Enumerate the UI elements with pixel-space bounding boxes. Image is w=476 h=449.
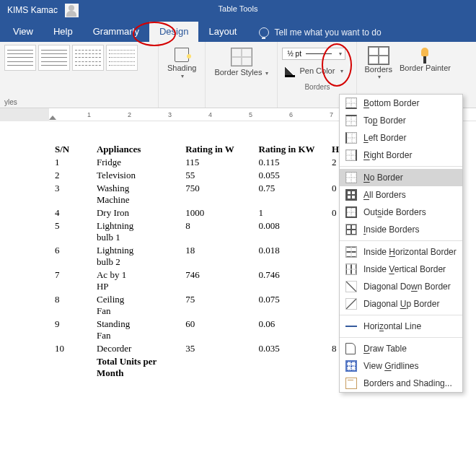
menu-separator: [340, 240, 462, 241]
user-avatar-icon[interactable]: [65, 4, 79, 17]
context-tab-label: Table Tools: [219, 4, 258, 13]
border-styles-label: Border Styles: [214, 68, 262, 77]
table-style-plain[interactable]: [4, 45, 36, 71]
diagonal-down-icon: [345, 281, 357, 292]
inside-vertical-icon: [345, 263, 357, 275]
borders-dialog-icon: [345, 378, 357, 389]
pen-color-icon: [285, 66, 295, 76]
col-appliances: Appliances: [94, 143, 182, 156]
group-border-styles: Border Styles ▾: [206, 42, 278, 108]
chevron-down-icon: ▾: [378, 74, 381, 80]
col-rating-kw: Rating in KW: [256, 143, 329, 156]
menu-no-border[interactable]: No Border: [340, 169, 462, 186]
paint-bucket-icon: [175, 48, 189, 62]
tab-grammarly[interactable]: Grammarly: [83, 22, 149, 42]
table-style-dashed[interactable]: [72, 45, 104, 71]
shading-button[interactable]: Shading ▾: [163, 45, 200, 83]
group-label-borders: Borders: [282, 82, 352, 91]
ruler-mark: 5: [212, 111, 252, 118]
pen-color-button[interactable]: Pen Color ▾: [282, 64, 352, 77]
tab-layout[interactable]: Layout: [198, 22, 247, 42]
menu-diagonal-up[interactable]: Diagonal Up Border: [340, 295, 462, 313]
dd-bottom-rest: ottom Border: [369, 98, 419, 108]
menu-bottom-border[interactable]: Bottom Border: [340, 95, 462, 112]
left-border-icon: [345, 132, 357, 144]
tab-help[interactable]: Help: [43, 22, 83, 42]
bottom-border-icon: [345, 97, 357, 109]
line-preview-icon: [306, 53, 332, 54]
line-weight-value: ½ pt: [287, 50, 301, 58]
borders-split-button[interactable]: Borders ▾: [361, 45, 395, 82]
inside-horizontal-icon: [345, 246, 357, 258]
tell-me-placeholder: Tell me what you want to do: [275, 27, 382, 38]
titlebar: Table Tools KIMS Kamac: [0, 0, 476, 20]
ruler-mark: 3: [131, 111, 172, 118]
border-painter-label: Border Painter: [400, 64, 451, 72]
menu-separator: [340, 315, 462, 315]
border-painter-button[interactable]: Border Painter: [397, 45, 454, 74]
menu-view-gridlines[interactable]: View Gridlines: [340, 357, 462, 375]
borders-button-label: Borders: [364, 65, 392, 74]
menu-right-border[interactable]: Right Border: [340, 147, 462, 164]
no-border-icon: [345, 172, 357, 183]
total-label: Total Units per Month: [94, 355, 182, 380]
group-table-styles: yles: [0, 42, 159, 108]
right-border-icon: [345, 149, 357, 161]
chevron-down-icon: ▾: [340, 68, 343, 74]
menu-borders-and-shading[interactable]: Borders and Shading...: [340, 375, 462, 392]
chevron-down-icon: ▾: [181, 74, 184, 80]
col-rating-w: Rating in W: [182, 143, 255, 156]
menu-horizontal-line[interactable]: Horizontal Line: [340, 318, 462, 335]
tab-view[interactable]: View: [3, 22, 43, 42]
horizontal-line-icon: [345, 321, 357, 332]
border-styles-icon: [231, 48, 252, 66]
group-shading: Shading ▾: [159, 42, 206, 108]
draw-table-icon: [345, 343, 357, 354]
menu-diagonal-down[interactable]: Diagonal Down Border: [340, 278, 462, 295]
menu-inside-horizontal[interactable]: Inside Horizontal Border: [340, 243, 462, 261]
menu-draw-table[interactable]: Draw Table: [340, 340, 462, 357]
line-weight-combo[interactable]: ½ pt: [282, 48, 345, 60]
ruler-mark: 7: [293, 111, 333, 118]
tell-me-search[interactable]: Tell me what you want to do: [247, 27, 382, 42]
table-style-dotted[interactable]: [106, 45, 138, 71]
tab-design[interactable]: Design: [149, 22, 198, 42]
paintbrush-icon: [418, 48, 431, 64]
shading-label: Shading: [167, 64, 196, 72]
borders-dropdown: Bottom Border Top Border Left Border Rig…: [339, 94, 463, 393]
diagonal-up-icon: [345, 298, 357, 310]
ruler-mark: 2: [91, 111, 131, 118]
group-label-styles: yles: [4, 97, 154, 106]
all-borders-icon: [345, 189, 357, 201]
indent-marker-icon[interactable]: [49, 115, 56, 120]
menu-separator: [340, 337, 462, 338]
menu-inside-vertical[interactable]: Inside Vertical Border: [340, 261, 462, 278]
pen-color-label: Pen Color: [299, 66, 335, 75]
ribbon-tabs: View Help Grammarly Design Layout Tell m…: [0, 20, 476, 42]
borders-grid-icon: [368, 46, 389, 65]
tab-design-label: Design: [159, 26, 188, 37]
user-name[interactable]: KIMS Kamac: [7, 5, 58, 15]
ruler-mark: 1: [50, 111, 91, 118]
menu-separator: [340, 166, 462, 167]
border-styles-button[interactable]: Border Styles ▾: [210, 45, 273, 80]
menu-left-border[interactable]: Left Border: [340, 129, 462, 147]
lightbulb-icon: [259, 27, 269, 38]
menu-outside-borders[interactable]: Outside Borders: [340, 204, 462, 221]
col-sn: S/N: [52, 143, 94, 156]
outside-borders-icon: [345, 206, 357, 218]
menu-all-borders[interactable]: All Borders: [340, 186, 462, 204]
table-style-grid[interactable]: [38, 45, 70, 71]
ruler-mark: 4: [172, 111, 212, 118]
gridlines-icon: [345, 360, 357, 372]
menu-top-border[interactable]: Top Border: [340, 112, 462, 129]
menu-inside-borders[interactable]: Inside Borders: [340, 221, 462, 238]
inside-borders-icon: [345, 224, 357, 235]
top-border-icon: [345, 115, 357, 126]
ruler-mark: 6: [252, 111, 293, 118]
